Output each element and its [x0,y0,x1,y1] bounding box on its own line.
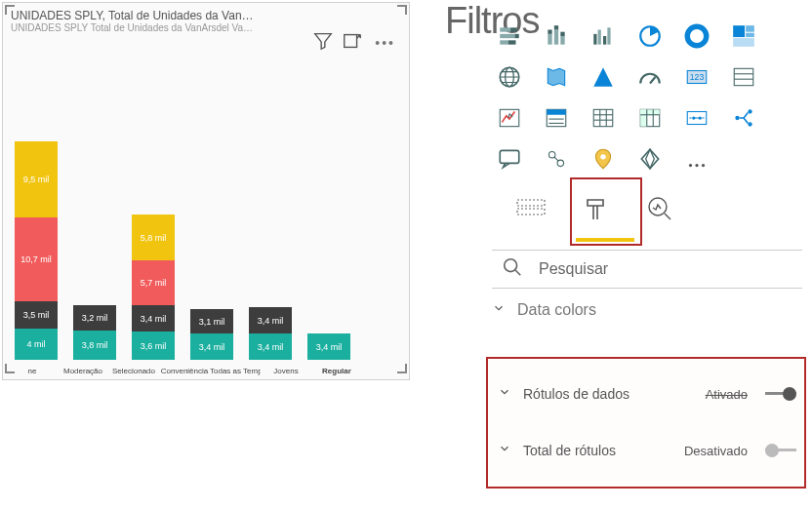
svg-rect-20 [746,25,754,32]
svg-rect-27 [734,68,753,85]
svg-point-50 [748,109,751,113]
svg-rect-14 [598,30,601,45]
search-input[interactable]: Pesquisar [539,260,608,278]
format-tab[interactable] [572,185,619,232]
viz-decomposition-icon[interactable] [726,101,761,135]
viz-qa-icon[interactable] [492,142,527,176]
svg-rect-3 [500,34,514,38]
resize-handle-bl[interactable] [5,364,15,373]
svg-rect-21 [746,33,754,37]
viz-empty [773,101,808,135]
resize-handle-br[interactable] [397,364,407,373]
viz-treemap-icon[interactable] [726,20,761,53]
x-axis-labels: neModeraçãoSelecionadoConveniênciaTodas … [7,367,405,375]
viz-get-visuals-icon[interactable] [679,142,714,176]
bar-stack: 3,4 mil3,4 mil [245,307,296,360]
filter-icon[interactable] [312,30,334,56]
viz-stacked-column-icon[interactable] [539,20,574,53]
more-options-icon[interactable]: ••• [371,35,399,51]
bar-stack: 3,1 mil3,4 mil [186,309,237,360]
viz-kpi-icon[interactable] [492,101,527,135]
viz-key-influencers-icon[interactable] [539,142,574,176]
x-label: Moderação [58,367,108,375]
svg-rect-52 [500,150,519,163]
x-label: Regular [311,367,362,375]
viz-clustered-column-icon[interactable] [586,20,621,53]
viz-arcgis-icon[interactable] [586,142,621,176]
viz-slicer-icon[interactable] [539,101,574,135]
bar-segment: 4 mil [15,329,58,360]
bar-segment: 3,2 mil [73,305,116,331]
svg-rect-4 [514,34,518,38]
visualization-picker: 123 [492,20,812,179]
chevron-down-icon [498,385,511,403]
chart-visual[interactable]: UNIDADES SPLY, Total de Unidades da Van…… [2,2,410,380]
toggle-switch-on[interactable] [765,387,796,401]
viz-powerapps-icon[interactable] [632,142,668,176]
svg-rect-7 [548,34,551,45]
svg-rect-16 [607,27,610,44]
svg-rect-8 [548,30,551,34]
viz-card-icon[interactable]: 123 [679,60,714,94]
chart-title: UNIDADES SPLY, Total de Unidades da Van… [11,9,401,22]
highlight-box-sections [486,357,806,488]
svg-point-49 [735,116,739,120]
bar-segment: 10,7 mil [15,217,58,301]
bar-segment: 9,5 mil [15,141,58,217]
visual-toolbar: ••• [312,30,399,56]
section-data-labels[interactable]: Rótulos de dados Ativado [492,378,802,410]
bar-segment: 5,7 mil [132,260,175,305]
viz-multi-card-icon[interactable] [726,60,761,94]
data-colors-section[interactable]: Data colors [492,293,802,328]
chart-plot-area: 9,5 mil10,7 mil3,5 mil4 mil3,2 mil3,8 mi… [7,61,405,360]
svg-rect-2 [510,27,517,31]
section-label: Total de rótulos [523,443,672,458]
viz-gauge-icon[interactable] [632,60,668,94]
viz-filled-map-icon[interactable] [539,60,574,94]
viz-globe-icon[interactable] [492,60,527,94]
svg-rect-22 [733,38,754,47]
resize-handle-tr[interactable] [397,5,407,15]
svg-point-18 [687,26,707,46]
section-total-labels[interactable]: Total de rótulos Desativado [492,435,802,466]
viz-empty [726,142,761,176]
viz-empty [773,60,808,94]
resize-handle-tl[interactable] [5,5,15,15]
bar-segment: 3,6 mil [132,332,175,360]
focus-mode-icon[interactable] [342,30,363,56]
viz-stacked-bar-icon[interactable] [492,20,527,53]
viz-table-icon[interactable] [586,101,621,135]
viz-matrix-icon[interactable] [632,101,668,135]
svg-rect-12 [560,32,564,36]
bar-segment: 3,1 mil [190,309,233,333]
search-icon [502,256,523,282]
svg-rect-35 [593,109,613,126]
toggle-switch-off[interactable] [765,444,796,457]
x-label: Todas as Temporadas [210,367,261,375]
search-row[interactable]: Pesquisar [492,250,802,289]
analytics-tab[interactable] [636,185,683,232]
svg-rect-6 [508,40,516,44]
viz-azure-map-icon[interactable] [586,60,621,94]
x-label: Selecionado [108,367,159,375]
bar-segment: 3,4 mil [249,307,292,333]
svg-rect-1 [500,27,510,31]
svg-point-57 [695,164,698,167]
svg-point-55 [600,154,605,159]
viz-r-visual-icon[interactable] [679,101,714,135]
svg-rect-42 [640,109,660,114]
toggle-status: Ativado [706,387,748,402]
svg-rect-5 [500,40,508,44]
viz-empty [773,20,808,53]
chevron-down-icon [492,301,506,319]
svg-rect-10 [554,25,558,29]
svg-point-51 [748,122,751,126]
svg-rect-0 [345,35,357,48]
svg-rect-59 [517,200,545,206]
svg-point-61 [649,198,667,215]
bar-stack: 9,5 mil10,7 mil3,5 mil4 mil [11,141,61,360]
viz-donut-icon[interactable] [679,20,714,53]
viz-pie-icon[interactable] [632,20,668,53]
fields-tab[interactable] [508,185,554,232]
bar-stack: 5,8 mil5,7 mil3,4 mil3,6 mil [128,215,179,360]
